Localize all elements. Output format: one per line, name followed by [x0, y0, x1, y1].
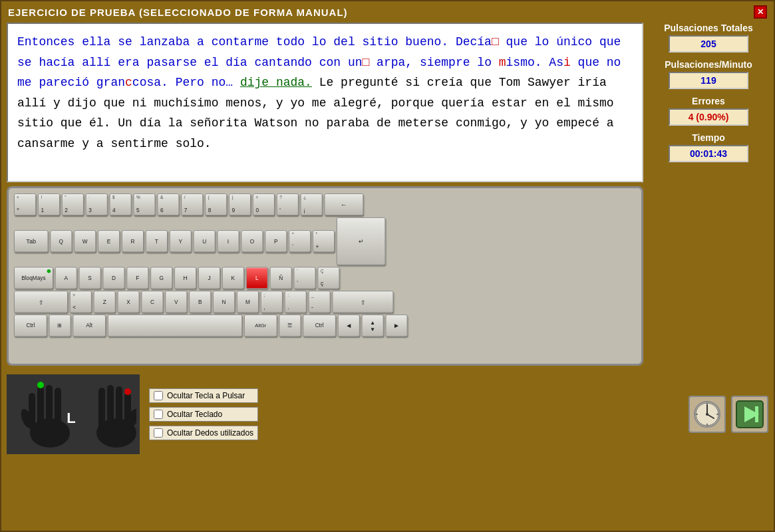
key-row-zxcv: ⇧ >< Z X C V B N M ;, :. _- ⇧	[14, 291, 586, 313]
key-u[interactable]: U	[194, 230, 216, 252]
checkbox-ocultar-tecla-row: Ocultar Tecla a Pulsar	[149, 388, 258, 403]
key-arrow-left[interactable]: ◄	[338, 315, 360, 336]
key-alt-left[interactable]: Alt	[73, 315, 106, 336]
svg-rect-4	[55, 388, 61, 429]
key-d[interactable]: D	[102, 267, 124, 289]
key-shift-left[interactable]: ⇧	[14, 291, 68, 313]
main-window: EJERCICIO DE PRUEBA (SELECCIONADO DE FOR…	[0, 0, 775, 532]
key-acute[interactable]: ¨´	[293, 267, 315, 289]
svg-rect-3	[46, 385, 53, 430]
key-t[interactable]: T	[146, 230, 168, 252]
tiempo-value: 00:01:43	[669, 145, 748, 162]
key-8[interactable]: (8	[205, 194, 227, 215]
key-less[interactable]: ><	[70, 291, 92, 313]
key-altgr[interactable]: AltGr	[244, 315, 277, 336]
keyboard-area: ªº !1 "2 ·3 $4 %5 &6 /7 (8 )9 =0 ?' ¿¡ ←	[7, 186, 643, 366]
key-v[interactable]: V	[165, 291, 187, 313]
key-excl[interactable]: ¿¡	[301, 194, 323, 215]
close-button[interactable]: ✕	[754, 5, 767, 19]
key-q[interactable]: Q	[50, 230, 72, 252]
key-arrow-right[interactable]: ►	[385, 315, 407, 336]
key-row-numbers: ªº !1 "2 ·3 $4 %5 &6 /7 (8 )9 =0 ?' ¿¡ ←	[14, 194, 586, 215]
key-space[interactable]	[108, 315, 242, 336]
options-panel: Ocultar Tecla a Pulsar Ocultar Teclado O…	[145, 384, 262, 444]
key-enie[interactable]: Ñ	[270, 267, 292, 289]
key-enter[interactable]: ↵	[337, 217, 386, 265]
key-period[interactable]: :.	[285, 291, 307, 313]
key-1[interactable]: !1	[38, 194, 60, 215]
key-ccedil[interactable]: Çç	[317, 267, 339, 289]
key-p[interactable]: P	[265, 230, 287, 252]
pulsaciones-totales-block: Pulsaciones Totales 205	[649, 23, 768, 53]
left-panel: Entonces ella se lanzaba a contarme todo…	[7, 23, 643, 366]
key-6[interactable]: &6	[157, 194, 179, 215]
key-menu[interactable]: ☰	[279, 315, 301, 336]
key-i[interactable]: I	[217, 230, 239, 252]
key-ctrl-left[interactable]: Ctrl	[14, 315, 47, 336]
key-x[interactable]: X	[117, 291, 139, 313]
checkbox-ocultar-teclado-label[interactable]: Ocultar Teclado	[167, 410, 222, 419]
key-g[interactable]: G	[150, 267, 172, 289]
checkbox-ocultar-teclado[interactable]	[154, 410, 163, 419]
key-accent[interactable]: ^`	[289, 230, 311, 252]
key-f[interactable]: F	[126, 267, 148, 289]
key-7[interactable]: /7	[181, 194, 203, 215]
clock-button[interactable]	[689, 396, 726, 433]
pulsaciones-minuto-block: Pulsaciones/Minuto 119	[649, 59, 768, 89]
key-windows[interactable]: ⊞	[49, 315, 71, 336]
key-y[interactable]: Y	[170, 230, 192, 252]
key-o[interactable]: O	[241, 230, 263, 252]
svg-point-6	[37, 382, 44, 388]
key-e[interactable]: E	[98, 230, 120, 252]
key-caps-lock[interactable]: BloqMays	[14, 267, 53, 289]
continue-button[interactable]	[731, 396, 768, 433]
key-backspace[interactable]: ←	[324, 194, 363, 215]
key-s[interactable]: S	[79, 267, 101, 289]
key-2[interactable]: "2	[62, 194, 84, 215]
key-r[interactable]: R	[122, 230, 144, 252]
pulsaciones-totales-value: 205	[669, 35, 748, 53]
key-arrow-updown[interactable]: ▲ ▼	[362, 315, 384, 336]
window-title: EJERCICIO DE PRUEBA (SELECCIONADO DE FOR…	[8, 7, 348, 18]
svg-text:L: L	[67, 410, 75, 426]
key-l[interactable]: L	[246, 267, 268, 289]
checkbox-ocultar-tecla-label[interactable]: Ocultar Tecla a Pulsar	[167, 391, 245, 400]
key-w[interactable]: W	[74, 230, 96, 252]
key-ctrl-right[interactable]: Ctrl	[303, 315, 336, 336]
key-0[interactable]: =0	[253, 194, 275, 215]
key-n[interactable]: N	[213, 291, 235, 313]
checkbox-ocultar-dedos[interactable]	[154, 428, 163, 438]
key-c[interactable]: C	[141, 291, 163, 313]
key-h[interactable]: H	[174, 267, 196, 289]
play-icon	[735, 400, 764, 429]
key-z[interactable]: Z	[94, 291, 116, 313]
hands-svg: L	[10, 376, 136, 453]
key-comma[interactable]: ;,	[261, 291, 283, 313]
key-plus[interactable]: *+	[313, 230, 335, 252]
key-m[interactable]: M	[237, 291, 259, 313]
checkbox-ocultar-dedos-label[interactable]: Ocultar Dedos utilizados	[167, 428, 253, 438]
key-shift-right[interactable]: ⇧	[332, 291, 393, 313]
clock-icon	[693, 400, 722, 429]
key-j[interactable]: J	[198, 267, 220, 289]
key-5[interactable]: %5	[133, 194, 155, 215]
errores-value: 4 (0.90%)	[669, 108, 748, 126]
checkbox-ocultar-tecla[interactable]	[154, 391, 163, 400]
svg-point-19	[706, 413, 708, 416]
key-9[interactable]: )9	[229, 194, 251, 215]
bottom-area: L Ocu	[1, 371, 774, 458]
key-a[interactable]: A	[55, 267, 77, 289]
key-tab[interactable]: Tab	[14, 230, 49, 252]
svg-rect-12	[98, 388, 105, 429]
checkbox-ocultar-teclado-row: Ocultar Teclado	[149, 407, 258, 422]
pulsaciones-minuto-label: Pulsaciones/Minuto	[665, 59, 752, 70]
icon-buttons	[689, 396, 768, 433]
key-4[interactable]: $4	[110, 194, 132, 215]
main-content: Entonces ella se lanzaba a contarme todo…	[1, 23, 774, 371]
key-b[interactable]: B	[189, 291, 211, 313]
key-3[interactable]: ·3	[86, 194, 108, 215]
key-apostrophe[interactable]: ?'	[277, 194, 299, 215]
key-dash[interactable]: _-	[309, 291, 331, 313]
key-backtick[interactable]: ªº	[14, 194, 36, 215]
key-k[interactable]: K	[222, 267, 244, 289]
